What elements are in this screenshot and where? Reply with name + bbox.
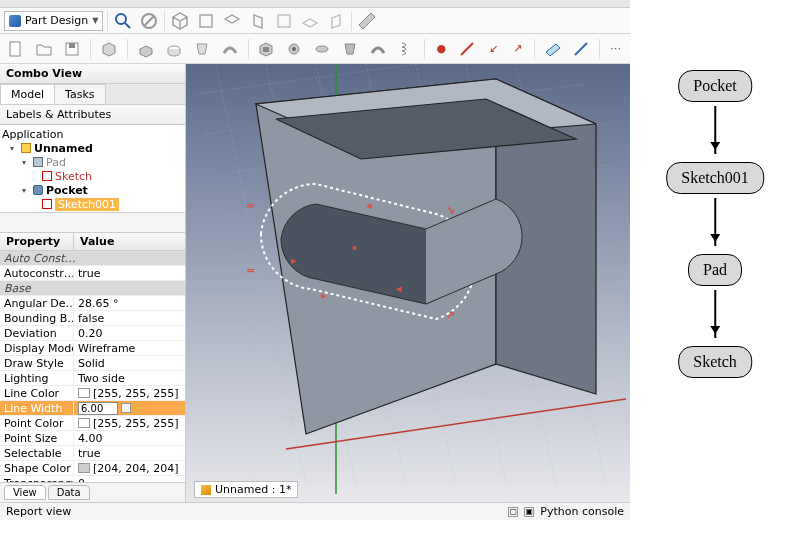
linewidth-input[interactable] — [78, 402, 118, 415]
separator — [424, 39, 425, 59]
freecad-window: Part Design ▼ ● — [0, 0, 630, 520]
tree-application: Application — [2, 127, 183, 141]
tree-pad[interactable]: ▾Pad — [2, 155, 183, 169]
secondary-toolbar: ● ↙ ↗ ⋯ — [0, 34, 630, 64]
color-swatch — [78, 463, 90, 473]
save-icon[interactable] — [62, 38, 82, 60]
combo-view-panel: Combo View Model Tasks Labels & Attribut… — [0, 64, 186, 502]
arrow-left-icon[interactable]: ↙ — [485, 38, 501, 60]
more-icon[interactable]: ⋯ — [608, 38, 624, 60]
svg-text:↘: ↘ — [446, 204, 455, 217]
zoom-fit-icon[interactable] — [112, 10, 134, 32]
pocket-icon[interactable] — [256, 38, 276, 60]
workbench-selector[interactable]: Part Design ▼ — [4, 11, 103, 31]
no-entry-icon[interactable] — [138, 10, 160, 32]
prop-shapecolor[interactable]: Shape Color[204, 204, 204] — [0, 461, 185, 476]
svg-line-3 — [144, 16, 154, 26]
new-icon[interactable] — [6, 38, 26, 60]
part-design-icon — [9, 15, 21, 27]
svg-point-0 — [116, 14, 126, 24]
arrow-icon — [714, 198, 716, 246]
groove-icon[interactable] — [312, 38, 332, 60]
prop-selectable[interactable]: Selectabletrue — [0, 446, 185, 461]
spin-button[interactable]: ◂ — [121, 403, 131, 413]
open-icon[interactable] — [34, 38, 54, 60]
tree-document[interactable]: ▾Unnamed — [2, 141, 183, 155]
python-console-label[interactable]: Python console — [540, 505, 624, 518]
prop-bbox[interactable]: Bounding B…false — [0, 311, 185, 326]
prop-lighting[interactable]: LightingTwo side — [0, 371, 185, 386]
helix-icon[interactable] — [396, 38, 416, 60]
prop-draw[interactable]: Draw StyleSolid — [0, 356, 185, 371]
view-top-icon[interactable] — [221, 10, 243, 32]
workbench-label: Part Design — [25, 14, 88, 27]
tree-pocket[interactable]: ▾Pocket — [2, 183, 183, 197]
toggle-icon[interactable]: ▣ — [524, 507, 534, 517]
body-row: Combo View Model Tasks Labels & Attribut… — [0, 64, 630, 502]
prop-deviation[interactable]: Deviation0.20 — [0, 326, 185, 341]
chevron-down-icon: ▼ — [92, 16, 98, 25]
3d-model: == ↘↗ ▸◂ ▸◂ • — [186, 64, 630, 494]
tab-tasks[interactable]: Tasks — [54, 84, 105, 104]
document-icon — [201, 485, 211, 495]
svg-line-1 — [125, 23, 130, 28]
svg-point-12 — [292, 47, 296, 51]
view-bottom-icon[interactable] — [299, 10, 321, 32]
prop-pointcolor[interactable]: Point Color[255, 255, 255] — [0, 416, 185, 431]
tab-view[interactable]: View — [4, 485, 46, 500]
graph-node-sketch: Sketch — [678, 346, 752, 378]
separator — [107, 11, 108, 31]
loft-icon[interactable] — [192, 38, 212, 60]
svg-text:↗: ↗ — [446, 309, 455, 322]
svg-line-14 — [461, 43, 473, 55]
property-table[interactable]: Auto Const… Autoconstr…true Base Angular… — [0, 251, 185, 482]
sweep-icon[interactable] — [220, 38, 240, 60]
prop-autoconstr[interactable]: Autoconstr…true — [0, 266, 185, 281]
sub-loft-icon[interactable] — [340, 38, 360, 60]
datum-plane-icon[interactable] — [543, 38, 563, 60]
measure-icon[interactable] — [356, 10, 378, 32]
svg-rect-6 — [10, 42, 20, 56]
separator — [534, 39, 535, 59]
view-iso-icon[interactable] — [169, 10, 191, 32]
view-left-icon[interactable] — [325, 10, 347, 32]
tree-sketch001[interactable]: Sketch001 — [2, 197, 183, 211]
box-icon[interactable] — [99, 38, 119, 60]
tab-data[interactable]: Data — [48, 485, 90, 500]
pad-icon[interactable] — [136, 38, 156, 60]
pocket-icon — [33, 185, 43, 195]
prop-linewidth[interactable]: Line Width◂ — [0, 401, 185, 416]
line-icon[interactable] — [457, 38, 477, 60]
tree-sketch[interactable]: Sketch — [2, 169, 183, 183]
svg-text:▸: ▸ — [321, 289, 327, 302]
model-tree[interactable]: Application ▾Unnamed ▾Pad Sketch ▾Pocket… — [0, 125, 185, 213]
svg-point-13 — [316, 46, 328, 52]
prop-pointsize[interactable]: Point Size4.00 — [0, 431, 185, 446]
toggle-icon[interactable]: ▢ — [508, 507, 518, 517]
arrow-icon — [714, 290, 716, 338]
datum-line-icon[interactable] — [571, 38, 591, 60]
prop-angular[interactable]: Angular De…28.65 ° — [0, 296, 185, 311]
graph-node-pocket: Pocket — [678, 70, 752, 102]
hole-icon[interactable] — [284, 38, 304, 60]
prop-linecolor[interactable]: Line Color[255, 255, 255] — [0, 386, 185, 401]
graph-node-pad: Pad — [688, 254, 742, 286]
report-view-label[interactable]: Report view — [6, 505, 71, 518]
arrow-right-icon[interactable]: ↗ — [510, 38, 526, 60]
sketch-icon — [42, 171, 52, 181]
view-front-icon[interactable] — [195, 10, 217, 32]
view-rear-icon[interactable] — [273, 10, 295, 32]
tab-model[interactable]: Model — [0, 84, 55, 104]
sketch-icon — [42, 199, 52, 209]
viewport-tab[interactable]: Unnamed : 1* — [194, 481, 298, 498]
point-icon[interactable]: ● — [433, 38, 449, 60]
sub-sweep-icon[interactable] — [368, 38, 388, 60]
prop-display[interactable]: Display ModeWireframe — [0, 341, 185, 356]
document-icon — [21, 143, 31, 153]
view-right-icon[interactable] — [247, 10, 269, 32]
3d-viewport[interactable]: == ↘↗ ▸◂ ▸◂ • Unnamed : 1* — [186, 64, 630, 502]
svg-text:•: • — [351, 242, 358, 255]
separator — [127, 39, 128, 59]
menubar[interactable] — [0, 0, 630, 8]
revolve-icon[interactable] — [164, 38, 184, 60]
